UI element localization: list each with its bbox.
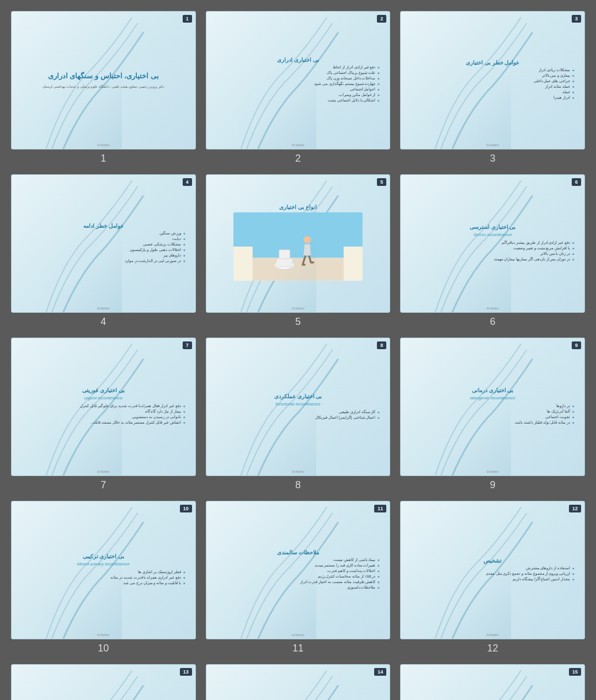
slide-1[interactable]: 1بی اختیاری، احتباس و سنگهای ادراریدکتر … <box>11 11 196 149</box>
slide-footer: Dr.Rahimi <box>206 633 390 637</box>
bullet-item: ناتوانی در رسیدن به دستشویی <box>22 415 185 419</box>
slide-9[interactable]: 9بی اختیاری درمانیIatrogenic incontinenc… <box>400 338 585 476</box>
bullet-item: ملاحظات دلسوزی <box>216 585 380 590</box>
bullet-item: با افزایش مربع مثبت و تغییر وضعیت <box>411 246 574 250</box>
slide-container-6: 6بی اختیاری استرسیStress incontinenceدفع… <box>400 174 585 328</box>
bullet-item: ارزیابی ویروم از مجموع مثانه و تجمع ذکری… <box>411 571 574 576</box>
svg-rect-0 <box>253 212 344 258</box>
bullet-item: دفع غیر ادرار فعال همراه با قدرت شدید بر… <box>22 404 185 408</box>
slide-container-10: 10بی اختیاری ترکیبیMixed urinary inconti… <box>11 501 196 654</box>
bullet-item: در صورتی لبی در الدارشت در موارد <box>22 259 185 263</box>
slide-footer: Dr.Rahimi <box>12 470 195 473</box>
slide-number-label: 5 <box>295 316 301 328</box>
bullet-item: مقدار ادینین اشباع آگزا پیشگاه داریم <box>411 577 574 581</box>
slide-badge: 9 <box>572 341 581 349</box>
slide-15[interactable]: 15رفتار درمانیهمیشه اول انتخابارزیابی شن… <box>400 664 585 700</box>
slide-container-14: 14درماندرمانده ها نشانه ایرفتار درمانیدا… <box>206 664 391 700</box>
bullet-item: در دوران پس از باردهی اگر بیماریها بیمار… <box>411 257 574 261</box>
slide-2[interactable]: 2بی اختیاری ادراریدفع غیر ارادی ادرار از… <box>206 11 391 149</box>
slide-6[interactable]: 6بی اختیاری استرسیStress incontinenceدفع… <box>400 174 585 313</box>
bullet-item: اختلالات ذهنی طول و پارکینسون <box>22 248 185 252</box>
slide-12[interactable]: 12تشخیصاستفاده از داروهای مشترشارزیابی و… <box>400 501 585 639</box>
bullet-item: اشکالی با دلایل اجتماعی مثبت <box>216 98 380 103</box>
slide-image <box>233 212 363 281</box>
slide-number-label: 9 <box>490 479 496 491</box>
bullet-item: مشکلات زیادی ادرار <box>411 68 574 72</box>
slide-number-label: 3 <box>490 153 496 164</box>
slide-title: عوامل خطر ادامه <box>83 223 124 229</box>
slide-bullets-list: کار سنگه ادراری طبیعیاعمال شناختی (آلزای… <box>212 410 385 421</box>
slide-14[interactable]: 14درماندرمانده ها نشانه ایرفتار درمانیدا… <box>206 664 391 700</box>
bullet-item: چهارده شیوع بیستم نگهگذاری می شود <box>216 82 380 86</box>
slide-13[interactable]: 13علل بی اختیاری ادراری گذرادلیمهیجان ست… <box>11 664 196 700</box>
bullet-item: مداخلات داخل صبحانه وزن پاک <box>216 76 380 81</box>
slide-number-label: 2 <box>295 153 301 164</box>
slide-title: انواع بی اختیاری <box>279 204 317 210</box>
bullet-item: قطر اروژستیک بر اشاری ها <box>22 570 185 574</box>
slide-footer: Dr.Rahimi <box>401 470 584 473</box>
slide-subtitle: Stress incontinence <box>473 232 512 237</box>
slide-footer: Dr.Rahimi <box>401 633 584 637</box>
slide-badge: 14 <box>374 668 386 676</box>
slide-container-11: 11ملاحظات سالمندیبیماد ناشی از کاهش تیست… <box>206 501 391 654</box>
slides-grid: 3عوامل خطر بی اختیاریمشکلات زیادی ادرارب… <box>11 11 585 700</box>
slide-container-5: 5انواع بی اختیاریDr.Rahimi5 <box>206 174 391 328</box>
slide-bullets-list: قطر اروژستیک بر اشاری هادفع غیر ادراری ه… <box>17 570 190 586</box>
slide-number-label: 10 <box>98 643 109 654</box>
slide-footer: Dr.Rahimi <box>12 307 195 310</box>
bullet-item: کاهش ظرفیت مثانه منسب به اختیار قدرت ادر… <box>216 580 380 584</box>
slide-bullets-list: در داروهاآلفا آدرنژیک هاتقویت اجتماعیدر … <box>406 404 579 426</box>
slide-3[interactable]: 3عوامل خطر بی اختیاریمشکلات زیادی ادرارب… <box>400 11 585 149</box>
slide-badge: 7 <box>183 341 192 349</box>
slide-footer: Dr.Rahimi <box>206 143 390 147</box>
bullet-item: حمله مثانه ادرار <box>411 84 574 89</box>
slide-10[interactable]: 10بی اختیاری ترکیبیMixed urinary inconti… <box>11 501 196 639</box>
slide-bullets-list: استفاده از داروهای مشترشارزیابی ویروم از… <box>406 566 579 583</box>
slide-number-label: 4 <box>100 316 106 328</box>
slide-footer: Dr.Rahimi <box>206 307 390 310</box>
bullet-item: جراحی های عمل داخلی <box>411 79 574 83</box>
slide-container-1: 1بی اختیاری، احتباس و سنگهای ادراریدکتر … <box>11 11 196 164</box>
slide-badge: 15 <box>569 668 581 676</box>
slide-badge: 8 <box>377 341 386 349</box>
slide-container-7: 7بی اختیاری فوریتیurgent incontinenceدفع… <box>11 338 196 491</box>
slide-footer: Dr.Rahimi <box>401 143 584 147</box>
slide-number-label: 7 <box>100 479 106 491</box>
bullet-item: انقباض غیر قابل کنترل مستمر مثانه به حال… <box>22 420 185 425</box>
slide-title: بی اختیاری استرسی <box>470 224 516 230</box>
slide-number-label: 11 <box>292 643 304 654</box>
slide-badge: 5 <box>377 178 386 186</box>
bullet-item: بیماد ناشی از کاهش تیست <box>216 558 380 562</box>
bullet-item: در مثانه قابل تولد فتلیار داشته باشد <box>411 420 574 425</box>
bullet-item: اعوامل اجتماعی <box>216 87 380 92</box>
slide-7[interactable]: 7بی اختیاری فوریتیurgent incontinenceدفع… <box>11 338 196 476</box>
bullet-item: علت شیوع پریناک اجتماعی پاک <box>216 71 380 75</box>
slide-5[interactable]: 5انواع بی اختیاریDr.Rahimi <box>206 174 391 313</box>
slide-container-13: 13علل بی اختیاری ادراری گذرادلیمهیجان ست… <box>11 664 196 700</box>
bullet-item: اختلالات پنداشت و کاهم قدرت <box>216 569 380 573</box>
slide-subtitle: Iatrogenic incontinence <box>470 396 515 400</box>
slide-number-label: 8 <box>295 479 301 491</box>
slide-4[interactable]: 4عوامل خطر ادامهورزش سنگیندیابتمشکلات پز… <box>11 174 196 313</box>
bullet-item: از عوامل مکرر ومیراب <box>216 93 380 97</box>
bullet-item: دفع غیر ارادی ادرار از طریق بیشتر دیافرا… <box>411 241 574 245</box>
bullet-item: با قابلیت و مثانه و میزان درج می شد <box>22 581 185 585</box>
slide-number-label: 12 <box>487 643 498 654</box>
bullet-item: آلفا آدرنژیک ها <box>411 409 574 414</box>
slide-bullets-list: دفع غیر ارادی ادرار از لحاظعلت شیوع پرین… <box>212 65 385 104</box>
slide-bullets-list: ورزش سنگیندیابتمشکلات پزشکی عصبیاختلالات… <box>17 231 190 264</box>
slide-8[interactable]: 8بی اختیاری عملکردیfunctional incontinen… <box>206 338 391 476</box>
slide-title: بی اختیاری عملکردی <box>274 393 322 399</box>
slide-badge: 2 <box>377 15 386 23</box>
slide-title: بی اختیاری فوریتی <box>82 387 125 393</box>
slide-main-title: بی اختیاری، احتباس و سنگهای ادراری <box>48 72 159 80</box>
slide-badge: 10 <box>180 505 192 512</box>
slide-container-12: 12تشخیصاستفاده از داروهای مشترشارزیابی و… <box>400 501 585 654</box>
slide-subtitle: functional incontinence <box>275 402 320 407</box>
slide-footer: Dr.Rahimi <box>401 307 584 310</box>
slide-11[interactable]: 11ملاحظات سالمندیبیماد ناشی از کاهش تیست… <box>206 501 391 639</box>
svg-rect-3 <box>276 258 292 268</box>
bullet-item: در زنان با سن بالاتر <box>411 252 574 256</box>
svg-point-5 <box>304 236 311 243</box>
slide-subtitle: urgent incontinence <box>84 396 123 400</box>
